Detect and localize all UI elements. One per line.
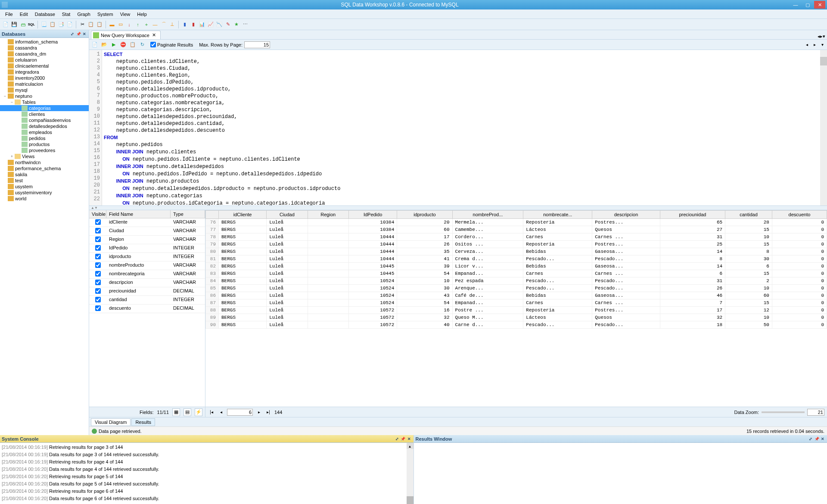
tree-item[interactable]: performance_schema <box>0 165 89 171</box>
chart7-icon[interactable]: ⌒ <box>160 21 168 28</box>
chart5-icon[interactable]: + <box>143 21 150 28</box>
graph4-icon[interactable]: 📈 <box>207 21 215 28</box>
tree-item[interactable]: usysteminventory <box>0 190 89 196</box>
new-icon[interactable]: 📄 <box>2 21 9 28</box>
tab-close-icon[interactable]: ✕ <box>152 32 156 38</box>
tree-item[interactable]: sakila <box>0 171 89 177</box>
field-row[interactable]: nombrecategoriaVARCHAR <box>89 270 205 279</box>
page-current-input[interactable] <box>227 409 253 416</box>
tree-item[interactable]: detallesdepedidos <box>0 123 89 129</box>
tree-item[interactable]: −neptuno <box>0 93 89 99</box>
graph2-icon[interactable]: ▮ <box>190 21 197 28</box>
paste-icon[interactable]: 📋 <box>96 21 103 28</box>
graph8-icon[interactable]: ⋯ <box>241 21 249 28</box>
tree-item[interactable]: empleados <box>0 129 89 135</box>
table-row[interactable]: 76BERGSLuleå1038420Mermela...ReposteriaP… <box>206 219 827 226</box>
graph7-icon[interactable]: ★ <box>233 21 240 28</box>
panel-close-icon[interactable]: ✕ <box>82 31 87 37</box>
doc4-icon[interactable]: 📄 <box>66 21 74 28</box>
column-header[interactable]: nombrecate... <box>523 211 592 219</box>
panel-float-icon[interactable]: ⤢ <box>70 31 75 37</box>
page-last-icon[interactable]: ▸| <box>265 409 272 416</box>
column-header[interactable]: nombreProd... <box>452 211 523 219</box>
data-grid[interactable]: idClienteCiudadRegionIdPedidoidproducton… <box>205 210 827 407</box>
table-row[interactable]: 90BERGSLuleå1057240Carne d...Pescado...P… <box>206 321 827 329</box>
field-row[interactable]: cantidadINTEGER <box>89 296 205 305</box>
zoom-value-input[interactable] <box>807 409 824 416</box>
column-header[interactable]: descuento <box>772 211 827 219</box>
column-header[interactable]: cantidad <box>725 211 772 219</box>
tab-query-workspace[interactable]: New Query Workspace ✕ <box>91 31 161 39</box>
tree-item[interactable]: clientes <box>0 111 89 117</box>
menu-help[interactable]: Help <box>134 11 150 18</box>
tab-visual-diagram[interactable]: Visual Diagram <box>91 418 131 426</box>
table-row[interactable]: 81BERGSLuleå1044441Crema d...Pescado...P… <box>206 255 827 263</box>
table-row[interactable]: 88BERGSLuleå1057216Postre ...ReposteriaP… <box>206 307 827 314</box>
chart6-icon[interactable]: — <box>151 21 159 28</box>
run-icon[interactable]: ▶ <box>110 41 118 49</box>
tree-item[interactable]: inventory2000 <box>0 75 89 81</box>
tree-item[interactable]: cassandra_dm <box>0 51 89 57</box>
field-row[interactable]: descuentoDECIMAL <box>89 305 205 313</box>
tree-item[interactable]: clinicaelemental <box>0 63 89 69</box>
chart1-icon[interactable]: ▬ <box>108 21 116 28</box>
editor-scrollbar[interactable] <box>820 50 827 205</box>
field-row[interactable]: descripcionVARCHAR <box>89 279 205 287</box>
doc3-icon[interactable]: 📑 <box>57 21 65 28</box>
column-header[interactable]: IdPedido <box>348 211 397 219</box>
close-button[interactable]: ✕ <box>814 1 825 9</box>
sql-editor[interactable]: SELECT neptuno.clientes.idCliente, neptu… <box>102 50 827 205</box>
doc2-icon[interactable]: 📋 <box>49 21 56 28</box>
tree-item[interactable]: celulaaron <box>0 57 89 63</box>
maximize-button[interactable]: ▢ <box>802 1 813 9</box>
tree-item[interactable]: usystem <box>0 184 89 190</box>
table-row[interactable]: 84BERGSLuleå1052410Pez espadaPescado...P… <box>206 277 827 285</box>
field-row[interactable]: IdPedidoINTEGER <box>89 244 205 253</box>
page-next-icon[interactable]: ▸ <box>255 409 262 416</box>
table-row[interactable]: 79BERGSLuleå1044426Ositos ...ReposteriaP… <box>206 241 827 248</box>
splitter[interactable]: ▲▼ <box>89 206 827 210</box>
fields-view3-icon[interactable]: ⚡ <box>195 408 202 416</box>
field-row[interactable]: CiudadVARCHAR <box>89 227 205 236</box>
column-header[interactable]: idproducto <box>397 211 452 219</box>
fields-col-name[interactable]: Field Name <box>106 210 171 218</box>
graph1-icon[interactable]: ▮ <box>181 21 189 28</box>
tab-list-icon[interactable]: ▾ <box>823 34 825 39</box>
table-row[interactable]: 77BERGSLuleå1038460Camembe...LácteosQues… <box>206 226 827 233</box>
tree-item[interactable]: cassandra <box>0 45 89 51</box>
tree-item[interactable]: integradora <box>0 69 89 75</box>
table-row[interactable]: 78BERGSLuleå1044417Cordero...CarnesCarne… <box>206 233 827 241</box>
column-header[interactable] <box>206 211 219 219</box>
field-row[interactable]: RegionVARCHAR <box>89 236 205 244</box>
paginate-checkbox[interactable]: Paginate Results <box>150 42 193 47</box>
field-row[interactable]: preciounidadDECIMAL <box>89 287 205 296</box>
console-float-icon[interactable]: ⤢ <box>395 436 400 442</box>
field-row[interactable]: idproductoINTEGER <box>89 253 205 261</box>
chart2-icon[interactable]: ▭ <box>117 21 124 28</box>
table-row[interactable]: 83BERGSLuleå1044554Empanad...CarnesCarne… <box>206 270 827 277</box>
tree-item[interactable]: categorias <box>0 105 89 111</box>
save-icon[interactable]: 💾 <box>10 21 18 28</box>
format-icon[interactable]: 📋 <box>129 41 137 49</box>
tree-item[interactable]: −Tables <box>0 99 89 105</box>
chart3-icon[interactable]: ↓ <box>125 21 133 28</box>
menu-stat[interactable]: Stat <box>59 11 74 18</box>
page-first-icon[interactable]: |◂ <box>208 409 215 416</box>
open-query-icon[interactable]: 📂 <box>100 41 108 49</box>
panel-pin-icon[interactable]: 📌 <box>76 31 81 37</box>
fields-col-type[interactable]: Type <box>171 210 205 218</box>
refresh-icon[interactable]: ↻ <box>138 41 146 49</box>
menu-edit[interactable]: Edit <box>16 11 31 18</box>
chart4-icon[interactable]: ↑ <box>134 21 142 28</box>
tree-item[interactable]: information_schema <box>0 39 89 45</box>
results-float-icon[interactable]: ⤢ <box>808 436 813 442</box>
tree-item[interactable]: world <box>0 196 89 202</box>
console-scrollbar[interactable]: ▲ ▼ <box>407 443 414 504</box>
field-row[interactable]: idClienteVARCHAR <box>89 218 205 227</box>
nav-prev-icon[interactable]: ◂ <box>804 42 810 48</box>
chart8-icon[interactable]: ⊥ <box>168 21 176 28</box>
paginate-input[interactable] <box>150 42 156 47</box>
tree-item[interactable]: pedidos <box>0 135 89 141</box>
graph6-icon[interactable]: ✎ <box>224 21 232 28</box>
column-header[interactable]: idCliente <box>219 211 267 219</box>
